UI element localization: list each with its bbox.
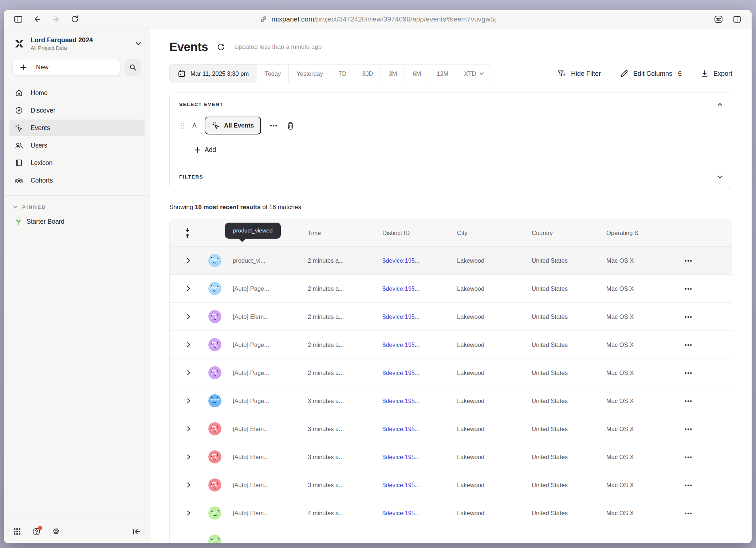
reload-icon[interactable]: [71, 15, 79, 23]
chevron-up-icon[interactable]: [717, 103, 722, 106]
row-expander-icon[interactable]: [170, 258, 199, 263]
distinct-id-link[interactable]: $device:195...: [382, 285, 420, 292]
distinct-id-link[interactable]: $device:195...: [382, 426, 420, 432]
distinct-id-link[interactable]: $device:195...: [382, 313, 420, 320]
range-30d[interactable]: 30D: [354, 64, 381, 83]
column-time[interactable]: Time: [303, 230, 377, 236]
event-avatar: [208, 338, 221, 351]
chevron-down-icon[interactable]: [717, 175, 722, 179]
row-expander-icon[interactable]: [170, 286, 199, 291]
row-expander-icon[interactable]: [170, 482, 199, 488]
search-button[interactable]: [125, 59, 141, 76]
pencil-icon: [620, 69, 629, 78]
distinct-id-link[interactable]: $device:195...: [382, 341, 420, 348]
sidebar-item-discover[interactable]: Discover: [9, 102, 145, 119]
event-selector-chip[interactable]: All Events: [205, 117, 261, 134]
row-expander-icon[interactable]: [170, 398, 199, 404]
event-more-options-icon[interactable]: •••: [268, 122, 279, 129]
refresh-icon[interactable]: [217, 43, 225, 51]
table-body: product_vi...2 minutes a...$device:195..…: [170, 246, 732, 543]
range-yesterday[interactable]: Yesterday: [288, 64, 331, 83]
column-country[interactable]: Country: [527, 230, 601, 236]
project-switcher[interactable]: Lord Farquaad 2024 All Project Data: [4, 28, 150, 55]
range-7d[interactable]: 7D: [331, 64, 354, 83]
back-icon[interactable]: [33, 15, 42, 23]
row-expander-icon[interactable]: [170, 342, 199, 348]
row-expander-icon[interactable]: [170, 426, 199, 432]
row-actions-icon[interactable]: •••: [673, 258, 732, 264]
split-view-icon[interactable]: [733, 15, 741, 23]
pinned-item-starter-board[interactable]: Starter Board: [4, 213, 150, 231]
table-row[interactable]: [Auto] Page...2 minutes a...$device:195.…: [170, 274, 732, 302]
range-12m[interactable]: 12M: [429, 64, 456, 83]
distinct-id-link[interactable]: $device:195...: [382, 257, 420, 264]
row-city: Lakewood: [452, 313, 527, 320]
sidebar-item-lexicon[interactable]: Lexicon: [9, 154, 145, 171]
distinct-id-link[interactable]: $device:195...: [382, 454, 420, 460]
project-scope: All Project Data: [31, 45, 130, 51]
table-row[interactable]: product_vi...2 minutes a...$device:195..…: [170, 246, 732, 274]
distinct-id-link[interactable]: $device:195...: [382, 369, 420, 376]
new-button[interactable]: New: [12, 59, 120, 76]
table-row[interactable]: [Auto] Elem...4 minutes a...$device:195.…: [170, 499, 732, 527]
sidebar-item-cohorts[interactable]: Cohorts: [9, 172, 145, 189]
row-actions-icon[interactable]: •••: [673, 342, 732, 348]
row-expander-icon[interactable]: [170, 314, 199, 320]
reader-settings-icon[interactable]: [714, 15, 723, 24]
row-city: Lakewood: [452, 398, 527, 404]
row-event-name: [Auto] Elem...: [224, 426, 303, 432]
table-row[interactable]: [Auto] Elem...3 minutes a...$device:195.…: [170, 443, 732, 471]
table-row[interactable]: [Auto] Elem...3 minutes a...$device:195.…: [170, 415, 732, 443]
drag-handle-icon[interactable]: [181, 122, 184, 129]
table-row[interactable]: [Auto] Page...3 minutes a...$device:195.…: [170, 387, 732, 415]
sort-order-icon[interactable]: [170, 227, 199, 238]
settings-gear-icon[interactable]: [52, 527, 60, 536]
row-expander-icon[interactable]: [170, 510, 199, 516]
row-expander-icon[interactable]: [170, 370, 199, 376]
column-distinct-id[interactable]: Distinct ID: [377, 230, 452, 236]
hide-filter-button[interactable]: Hide Filter: [557, 69, 601, 78]
sidebar-item-events[interactable]: Events: [9, 120, 145, 136]
browser-sidebar-toggle-icon[interactable]: [14, 15, 23, 23]
table-row[interactable]: [Auto] Page...2 minutes a...$device:195.…: [170, 330, 732, 359]
export-button[interactable]: Export: [701, 70, 732, 78]
row-os: Mac OS X: [601, 482, 673, 489]
compass-icon: [15, 106, 23, 114]
updated-status: Updated less than a minute ago: [234, 43, 322, 51]
column-city[interactable]: City: [452, 230, 527, 236]
distinct-id-link[interactable]: $device:195...: [382, 510, 420, 516]
range-today[interactable]: Today: [257, 64, 288, 83]
range-3m[interactable]: 3M: [381, 64, 405, 83]
row-actions-icon[interactable]: •••: [673, 454, 732, 460]
url-bar[interactable]: mixpanel.com/project/3472420/view/397469…: [260, 15, 496, 23]
row-country: United States: [527, 482, 601, 489]
row-actions-icon[interactable]: •••: [673, 482, 732, 488]
sidebar-item-home[interactable]: Home: [9, 85, 145, 101]
date-picker-button[interactable]: Mar 11, 2025 3:30 pm: [170, 64, 257, 83]
add-event-button[interactable]: Add: [179, 146, 216, 154]
row-actions-icon[interactable]: •••: [673, 314, 732, 320]
table-row[interactable]: [Auto] Page...2 minutes a...$device:195.…: [170, 359, 732, 387]
table-row-partial[interactable]: [170, 527, 732, 543]
row-actions-icon[interactable]: •••: [673, 426, 732, 432]
sidebar-item-users[interactable]: Users: [9, 137, 145, 154]
collapse-sidebar-icon[interactable]: [132, 528, 141, 535]
row-actions-icon[interactable]: •••: [673, 370, 732, 376]
distinct-id-link[interactable]: $device:195...: [382, 398, 420, 404]
range-6m[interactable]: 6M: [405, 64, 429, 83]
table-row[interactable]: [Auto] Elem...2 minutes a...$device:195.…: [170, 302, 732, 330]
distinct-id-link[interactable]: $device:195...: [382, 482, 420, 488]
apps-grid-icon[interactable]: [13, 528, 21, 536]
row-country: United States: [527, 454, 601, 461]
row-actions-icon[interactable]: •••: [673, 510, 732, 516]
delete-event-icon[interactable]: [287, 121, 294, 130]
column-operating-system[interactable]: Operating S: [601, 230, 673, 236]
range-xtd[interactable]: XTD: [456, 64, 492, 83]
pinned-section-toggle[interactable]: PINNED: [4, 196, 150, 213]
row-actions-icon[interactable]: •••: [673, 286, 732, 292]
table-row[interactable]: [Auto] Elem...3 minutes a...$device:195.…: [170, 471, 732, 499]
row-actions-icon[interactable]: •••: [673, 398, 732, 404]
forward-icon[interactable]: [52, 15, 60, 23]
edit-columns-button[interactable]: Edit Columns · 6: [620, 69, 682, 78]
row-expander-icon[interactable]: [170, 454, 199, 460]
